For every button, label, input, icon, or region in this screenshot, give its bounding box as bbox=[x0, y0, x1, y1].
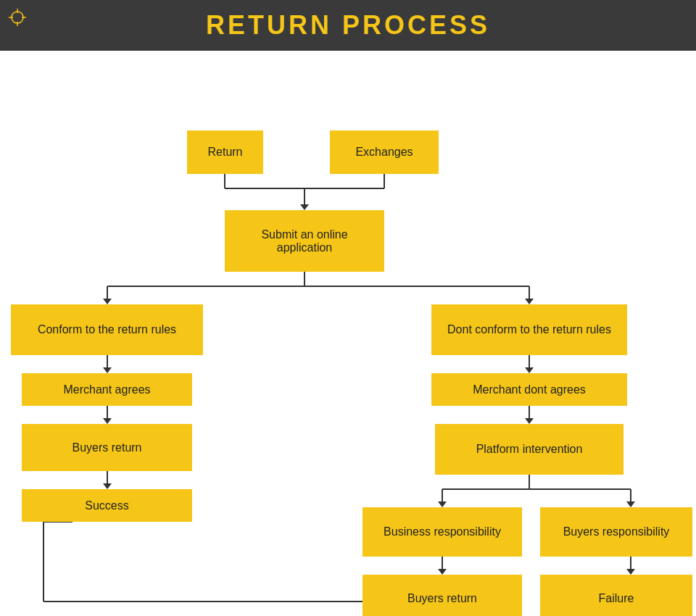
dont-conform-box: Dont conform to the return rules bbox=[431, 304, 627, 355]
page-header: RETURN PROCESS bbox=[0, 0, 696, 51]
svg-marker-30 bbox=[525, 418, 534, 424]
svg-marker-15 bbox=[525, 299, 534, 304]
crosshair-icon bbox=[9, 9, 26, 26]
svg-marker-40 bbox=[626, 569, 635, 575]
svg-marker-13 bbox=[103, 299, 112, 304]
conform-box: Conform to the return rules bbox=[11, 304, 203, 355]
business-resp-box: Business responsibility bbox=[362, 507, 522, 557]
svg-marker-17 bbox=[103, 367, 112, 373]
success-box: Success bbox=[22, 489, 192, 522]
merchant-dont-box: Merchant dont agrees bbox=[431, 373, 627, 406]
svg-marker-21 bbox=[103, 483, 112, 489]
buyers-return-left-box: Buyers return bbox=[22, 424, 192, 471]
failure-box: Failure bbox=[540, 575, 692, 616]
platform-box: Platform intervention bbox=[435, 424, 624, 475]
svg-marker-9 bbox=[300, 204, 309, 210]
return-box: Return bbox=[187, 130, 263, 174]
page-title: RETURN PROCESS bbox=[206, 10, 490, 41]
svg-marker-38 bbox=[438, 569, 447, 575]
submit-box: Submit an online application bbox=[225, 210, 384, 272]
exchanges-box: Exchanges bbox=[330, 130, 439, 174]
svg-point-0 bbox=[12, 12, 23, 23]
svg-marker-36 bbox=[626, 501, 635, 507]
merchant-agrees-box: Merchant agrees bbox=[22, 373, 192, 406]
buyers-resp-box: Buyers responsibility bbox=[540, 507, 692, 557]
svg-marker-34 bbox=[438, 501, 447, 507]
svg-marker-28 bbox=[525, 367, 534, 373]
buyers-return-right-box: Buyers return bbox=[362, 575, 522, 616]
diagram-area: Return Exchanges Submit an online applic… bbox=[0, 51, 696, 616]
svg-marker-19 bbox=[103, 418, 112, 424]
